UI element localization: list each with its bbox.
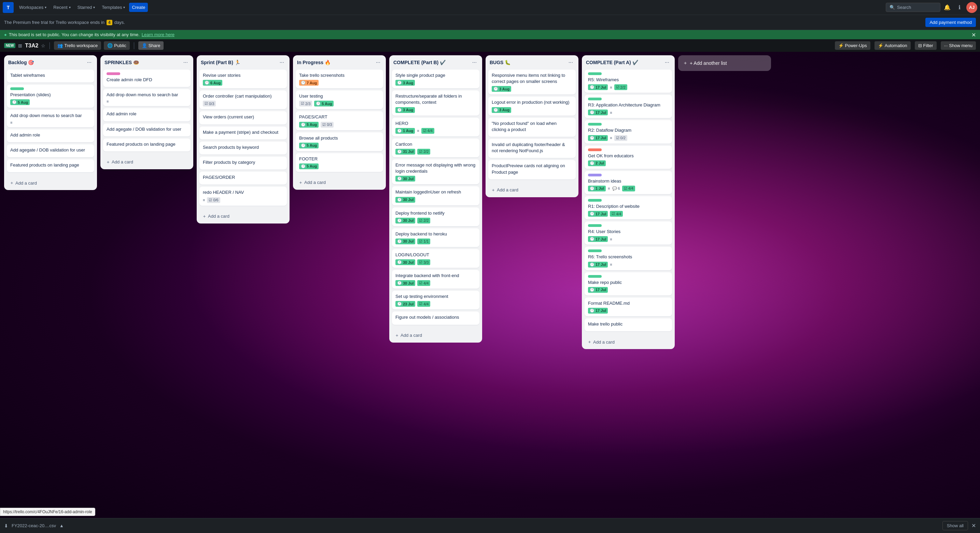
starred-menu[interactable]: Starred ▾ <box>75 3 98 12</box>
card-bug1[interactable]: Responsive menu items not linking to cor… <box>488 70 576 95</box>
card-cb6[interactable]: Maintain loggedInUser on refresh🕐30 Jul <box>392 186 479 205</box>
list-menu-button[interactable]: ··· <box>278 59 285 66</box>
card-cb1[interactable]: Style single product page🕐3 Aug <box>392 70 479 88</box>
card-sp6[interactable]: Filter products by category <box>199 157 287 170</box>
card-ca5[interactable]: Brainstorm ideas🕐1 Jul≡💬6☑4/4 <box>585 171 672 194</box>
visibility-button[interactable]: 🌐 Public <box>104 41 129 50</box>
card-b1[interactable]: Tablet wireframes <box>7 70 94 82</box>
info-button[interactable]: ℹ <box>954 2 965 13</box>
card-cb7[interactable]: Deploy frontend to netlify🕐30 Jul☑2/2 <box>392 208 479 226</box>
workspace-button[interactable]: 👥 Trello workspace <box>54 41 101 50</box>
card-ca7[interactable]: R4: User Stories🕐17 Jul≡ <box>585 222 672 245</box>
trello-logo[interactable]: T <box>3 2 14 13</box>
card-b4[interactable]: Add admin role <box>7 129 94 142</box>
public-banner-close[interactable]: ✕ <box>972 32 976 38</box>
board-star-icon[interactable]: ☆ <box>41 43 45 48</box>
add-card-button[interactable]: ＋ Add a card <box>585 337 672 347</box>
card-ca6[interactable]: R1: Description of website🕐17 Jul☑4/4 <box>585 196 672 219</box>
card-b2[interactable]: Presentation (slides)🕐5 Aug <box>7 85 94 108</box>
add-card-button[interactable]: ＋ Add a card <box>488 185 576 195</box>
add-card-button[interactable]: ＋ Add a card <box>296 178 383 188</box>
list-menu-button[interactable]: ··· <box>567 59 574 66</box>
card-cb9[interactable]: LOGIN/LOGOUT🕐30 Jul☑3/3 <box>392 249 479 268</box>
search-bar[interactable]: 🔍 Search <box>886 3 940 12</box>
card-bug2[interactable]: Logout error in production (not working)… <box>488 97 576 115</box>
card-ca1[interactable]: R5: Wireframes🕐17 Jul≡☑2/2 <box>585 70 672 93</box>
card-cb8[interactable]: Deploy backend to heroku🕐30 Jul☑1/1 <box>392 228 479 247</box>
card-desc-icon: ≡ <box>610 262 612 266</box>
card-ca2[interactable]: R3: Application Architecture Diagram🕐17 … <box>585 95 672 118</box>
create-button[interactable]: Create <box>129 3 148 12</box>
card-ip5[interactable]: FOOTER🕐5 Aug <box>296 153 383 172</box>
list-menu-button[interactable]: ··· <box>375 59 382 66</box>
card-cb12[interactable]: Figure out models / associations <box>392 311 479 325</box>
board-title[interactable]: T3A2 <box>25 43 38 49</box>
power-ups-button[interactable]: ⚡ Power-Ups <box>835 41 870 50</box>
card-s5[interactable]: Featured products on landing page <box>103 138 191 152</box>
card-sp4[interactable]: Make a payment (stripe) and checkout <box>199 127 287 140</box>
user-avatar[interactable]: AJ <box>966 2 977 13</box>
automation-button[interactable]: ⚡ Automation <box>875 41 911 50</box>
card-ca3[interactable]: R2: Dataflow Diagram🕐17 Jul≡☑0/2 <box>585 120 672 143</box>
list-menu-button[interactable]: ··· <box>471 59 478 66</box>
card-cb5[interactable]: Error message not displaying with wrong … <box>392 159 479 184</box>
card-desc-icon: ≡ <box>610 237 612 241</box>
workspaces-menu[interactable]: Workspaces ▾ <box>16 3 49 12</box>
card-cb10[interactable]: Integrate backend with front-end🕐30 Jul☑… <box>392 270 479 289</box>
card-sp8[interactable]: redo HEADER / NAV≡☑0/6 <box>199 187 287 205</box>
card-ca8[interactable]: R6: Trello screenshots🕐17 Jul≡ <box>585 247 672 270</box>
card-sp3[interactable]: View orders (current user) <box>199 111 287 124</box>
card-title: PAGES/CART <box>299 114 380 120</box>
card-cb2[interactable]: Restructure/separate all folders in comp… <box>392 90 479 115</box>
add-list-button[interactable]: ＋ + Add another list <box>678 55 771 71</box>
card-checklist: ☑3/3 <box>417 259 430 265</box>
card-ca4[interactable]: Get OK from educators🕐2 Jul <box>585 146 672 169</box>
public-banner-link[interactable]: Learn more here <box>142 32 175 37</box>
filter-button[interactable]: ⊟ Filter <box>915 41 937 50</box>
list-menu-button[interactable]: ··· <box>663 59 671 66</box>
recent-menu[interactable]: Recent ▾ <box>51 3 73 12</box>
card-ip2[interactable]: User testing☑2/3🕐5 Aug <box>296 90 383 109</box>
list-menu-button[interactable]: ··· <box>182 59 189 66</box>
card-ca9[interactable]: Make repo public🕐17 Jul <box>585 272 672 295</box>
card-s1[interactable]: Create admin role DFD <box>103 70 191 87</box>
card-bug5[interactable]: ProductPreview cards not aligning on Pro… <box>488 160 576 179</box>
templates-menu[interactable]: Templates ▾ <box>99 3 128 12</box>
card-cb11[interactable]: Set up testing environment🕐23 Jul☑4/4 <box>392 291 479 309</box>
card-ip4[interactable]: Browse all products🕐5 Aug <box>296 132 383 151</box>
card-sp1[interactable]: Revise user stories🕐6 Aug <box>199 70 287 88</box>
card-cb3[interactable]: HERO🕐1 Aug≡☑4/4 <box>392 118 479 136</box>
card-b5[interactable]: Add agegate / DOB validation for user <box>7 144 94 157</box>
card-b3[interactable]: Add drop down menus to search bar≡ <box>7 110 94 127</box>
add-payment-button[interactable]: Add payment method <box>925 18 976 27</box>
add-card-button[interactable]: ＋ Add a card <box>7 178 94 188</box>
share-button[interactable]: 👤 Share <box>138 41 164 50</box>
card-ip1[interactable]: Take trello screenshots🕐7 Aug <box>296 70 383 88</box>
card-sp5[interactable]: Search products by keyword <box>199 141 287 155</box>
card-title: Logout error in production (not working) <box>492 99 572 105</box>
card-s3[interactable]: Add admin role <box>103 108 191 121</box>
card-date: 🕐5 Aug <box>299 122 318 128</box>
show-menu-button[interactable]: ··· Show menu <box>941 41 976 50</box>
card-ca11[interactable]: Make trello public <box>585 318 672 332</box>
show-all-button[interactable]: Show all <box>942 521 968 530</box>
card-bug3[interactable]: "No product found" on load when clicking… <box>488 118 576 137</box>
list-body: Tablet wireframesPresentation (slides)🕐5… <box>4 68 97 176</box>
card-bug4[interactable]: Invalid url duplicating footer/header & … <box>488 139 576 158</box>
list-menu-button[interactable]: ··· <box>86 59 93 66</box>
card-b6[interactable]: Featured products on landing page <box>7 159 94 172</box>
card-sp2[interactable]: Order controller (cart manipulation)☑0/3 <box>199 90 287 109</box>
notification-button[interactable]: 🔔 <box>942 2 953 13</box>
card-date: 🕐17 Jul <box>588 211 608 217</box>
card-ip3[interactable]: PAGES/CART🕐5 Aug☑0/3 <box>296 111 383 130</box>
add-card-button[interactable]: ＋ Add a card <box>103 157 191 167</box>
card-cb4[interactable]: CartIcon🕐31 Jul☑2/2 <box>392 138 479 157</box>
card-ca10[interactable]: Format README.md🕐17 Jul <box>585 298 672 316</box>
add-card-button[interactable]: ＋ Add a card <box>392 330 479 341</box>
add-card-button[interactable]: ＋ Add a card <box>199 211 287 222</box>
bottom-bar-close[interactable]: ✕ <box>972 522 976 529</box>
card-s4[interactable]: Add agegate / DOB validation for user <box>103 124 191 136</box>
download-chevron-icon[interactable]: ▲ <box>59 523 64 528</box>
card-sp7[interactable]: PAGES/ORDER <box>199 171 287 185</box>
card-s2[interactable]: Add drop down menus to search bar≡ <box>103 89 191 106</box>
